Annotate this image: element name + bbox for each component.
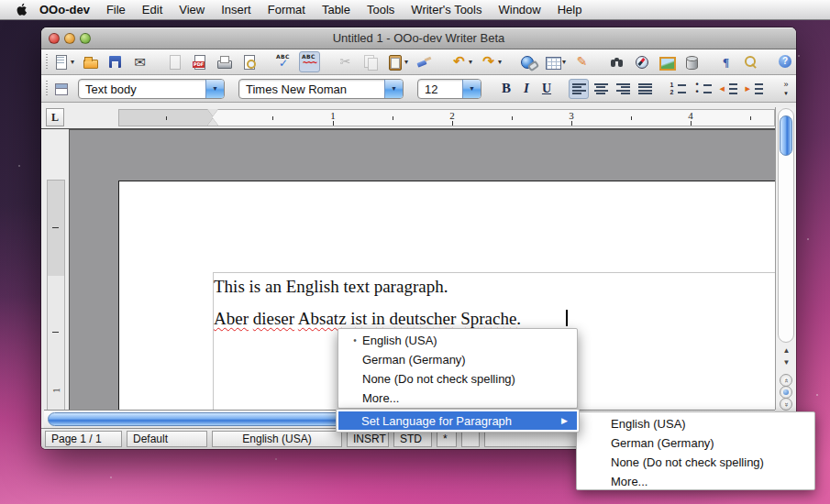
status-modified[interactable]: * bbox=[437, 431, 457, 447]
misspelled-word[interactable]: Sprache. bbox=[460, 309, 521, 328]
increase-indent-button[interactable] bbox=[745, 79, 765, 99]
table-button[interactable]: ▾ bbox=[543, 51, 567, 73]
paragraph-style-select[interactable]: Text body ▼ bbox=[78, 79, 225, 99]
menubar-item-view[interactable]: View bbox=[171, 0, 213, 20]
vertical-scrollbar[interactable]: ▲ ▼ bbox=[775, 107, 796, 410]
status-page-style[interactable]: Default bbox=[127, 431, 207, 447]
menu-item-english-usa[interactable]: English (USA) bbox=[577, 414, 814, 433]
paste-button[interactable]: ▾ bbox=[385, 51, 409, 73]
draw-functions-button[interactable]: ✎ bbox=[572, 51, 592, 73]
chevron-down-icon[interactable]: ▼ bbox=[384, 80, 403, 98]
help-button[interactable] bbox=[776, 51, 795, 73]
tab-type-selector[interactable]: L bbox=[46, 108, 64, 126]
menubar-item-tools[interactable]: Tools bbox=[359, 0, 403, 20]
bullet-list-button[interactable] bbox=[693, 79, 714, 99]
align-right-button[interactable] bbox=[613, 79, 633, 99]
misspelled-word[interactable]: Absatz bbox=[298, 309, 347, 328]
align-left-button[interactable] bbox=[569, 79, 589, 99]
gallery-button[interactable] bbox=[657, 51, 676, 73]
email-button[interactable]: ✉ bbox=[130, 51, 149, 73]
chevron-down-icon[interactable]: ▼ bbox=[205, 80, 224, 98]
decrease-indent-button[interactable] bbox=[719, 79, 739, 99]
status-language[interactable]: English (USA) bbox=[212, 431, 342, 447]
menu-item-none-do-not-check-spelling[interactable]: None (Do not check spelling) bbox=[577, 453, 814, 472]
menubar-item-edit[interactable]: Edit bbox=[134, 0, 171, 20]
numbered-list-button[interactable] bbox=[668, 79, 688, 99]
menu-item-set-language-for-paragraph[interactable]: Set Language for Paragraph ▶ bbox=[338, 411, 577, 430]
justify-button[interactable] bbox=[635, 79, 655, 99]
open-button[interactable] bbox=[81, 51, 100, 73]
underline-button[interactable]: U bbox=[537, 79, 557, 99]
indent-marker[interactable] bbox=[207, 109, 218, 126]
menubar-item-file[interactable]: File bbox=[98, 0, 134, 20]
edit-file-button[interactable] bbox=[165, 51, 184, 73]
export-pdf-button[interactable] bbox=[190, 51, 209, 73]
font-size-select[interactable]: 12 ▼ bbox=[417, 79, 481, 99]
copy-button[interactable] bbox=[360, 51, 380, 73]
zoom-button[interactable] bbox=[741, 51, 760, 73]
new-document-button[interactable]: ▾ bbox=[51, 51, 75, 73]
next-page-button[interactable] bbox=[780, 398, 792, 411]
redo-button[interactable]: ↷▾ bbox=[479, 51, 503, 73]
paragraph-style-button[interactable] bbox=[51, 78, 71, 100]
misspelled-word[interactable]: deutscher bbox=[390, 309, 457, 328]
align-center-button[interactable] bbox=[591, 79, 611, 99]
scrollbar-track[interactable] bbox=[778, 108, 794, 343]
find-replace-button[interactable] bbox=[607, 51, 626, 73]
toolbar-overflow-button[interactable]: » ▾ bbox=[779, 76, 793, 102]
save-button[interactable] bbox=[105, 51, 125, 73]
status-page[interactable]: Page 1 / 1 bbox=[45, 431, 122, 447]
formatting-marks-button[interactable]: ¶ bbox=[716, 51, 736, 73]
scroll-up-arrow[interactable]: ▲ bbox=[776, 346, 796, 355]
menubar-item-table[interactable]: Table bbox=[314, 0, 359, 20]
clone-formatting-button[interactable] bbox=[415, 51, 434, 73]
status-selection-mode[interactable]: STD bbox=[393, 431, 432, 447]
menu-item-none-do-not-check-spelling[interactable]: None (Do not check spelling) bbox=[338, 369, 577, 389]
auto-spellcheck-button[interactable] bbox=[299, 51, 320, 72]
menubar-item-format[interactable]: Format bbox=[260, 0, 314, 20]
font-name-select[interactable]: Times New Roman ▼ bbox=[238, 79, 404, 99]
menu-item-german-germany[interactable]: German (Germany) bbox=[338, 350, 577, 369]
status-cell-empty[interactable] bbox=[461, 431, 480, 447]
status-insert-mode[interactable]: INSRT bbox=[347, 431, 389, 447]
misspelled-word[interactable]: dieser bbox=[253, 309, 294, 328]
paragraph-german[interactable]: Aber dieser Absatz ist in deutscher Spra… bbox=[214, 308, 521, 329]
submenu-arrow-icon: ▶ bbox=[561, 416, 568, 425]
menu-item-german-germany[interactable]: German (Germany) bbox=[577, 433, 814, 453]
italic-button[interactable]: I bbox=[516, 79, 537, 99]
menu-item-more[interactable]: More... bbox=[577, 472, 814, 491]
chevron-down-icon[interactable]: ▼ bbox=[462, 80, 481, 98]
menubar-item-help[interactable]: Help bbox=[549, 0, 591, 20]
menubar-item-writer-s-tools[interactable]: Writer's Tools bbox=[403, 0, 490, 20]
data-sources-button[interactable] bbox=[681, 51, 701, 73]
menubar-item-ooo-dev[interactable]: OOo-dev bbox=[31, 0, 98, 20]
print-button[interactable] bbox=[215, 51, 234, 73]
menubar-item-insert[interactable]: Insert bbox=[213, 0, 260, 20]
scroll-down-arrow[interactable]: ▼ bbox=[776, 358, 796, 367]
align-right-icon bbox=[616, 82, 630, 95]
italic-icon: I bbox=[524, 82, 529, 95]
menu-item-label: More... bbox=[362, 391, 399, 405]
misspelled-word[interactable]: in bbox=[371, 309, 385, 328]
apple-menu[interactable] bbox=[11, 3, 31, 16]
scrollbar-thumb[interactable] bbox=[780, 115, 792, 156]
previous-page-button[interactable] bbox=[780, 374, 792, 387]
misspelled-word[interactable]: Aber bbox=[214, 309, 249, 328]
bold-button[interactable]: B bbox=[496, 79, 516, 99]
spellcheck-button[interactable] bbox=[274, 51, 293, 73]
page-preview-button[interactable] bbox=[239, 51, 259, 73]
menu-item-english-usa[interactable]: •English (USA) bbox=[338, 331, 577, 350]
title-bar[interactable]: Untitled 1 - OOo-dev Writer Beta bbox=[41, 27, 796, 49]
toolbar-grip[interactable] bbox=[46, 54, 48, 71]
misspelled-word[interactable]: ist bbox=[350, 309, 367, 328]
cut-button[interactable]: ✂ bbox=[336, 51, 355, 73]
menubar-item-window[interactable]: Window bbox=[490, 0, 548, 20]
undo-button[interactable]: ↶▾ bbox=[449, 51, 473, 73]
paragraph-english[interactable]: This is an English text paragraph. bbox=[214, 276, 448, 297]
navigator-button[interactable] bbox=[632, 51, 651, 73]
status-cell-empty[interactable] bbox=[484, 431, 587, 447]
hyperlink-button[interactable] bbox=[518, 51, 537, 73]
navigation-button[interactable] bbox=[780, 386, 792, 399]
toolbar-grip[interactable] bbox=[46, 81, 48, 97]
menu-item-more[interactable]: More... bbox=[338, 389, 577, 408]
